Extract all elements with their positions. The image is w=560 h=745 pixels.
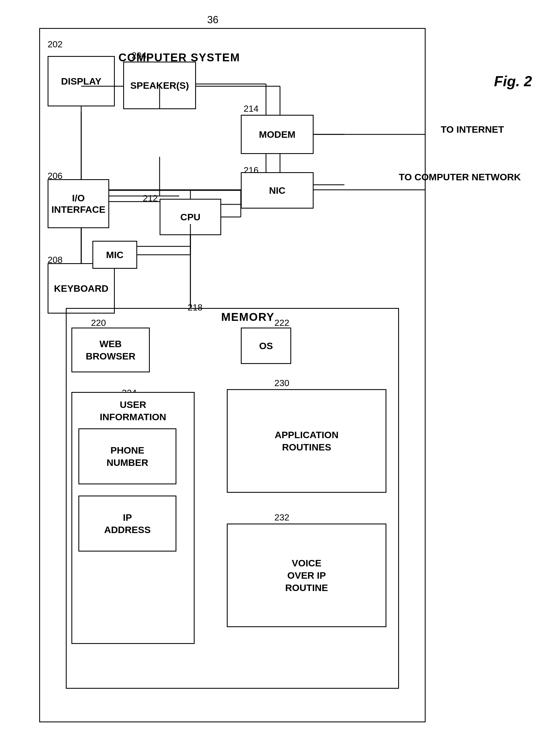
os-ref: 222 <box>274 318 289 328</box>
ip-address-box: IP ADDRESS <box>78 495 176 552</box>
modem-box: MODEM <box>241 115 314 154</box>
diagram-container: 36 Fig. 2 COMPUTER SYSTEM <box>23 11 537 734</box>
app-routines-ref: 230 <box>274 378 289 388</box>
web-browser-ref: 220 <box>91 318 106 328</box>
top-ref-label: 36 <box>207 14 219 26</box>
display-ref: 202 <box>47 39 62 50</box>
nic-box: NIC <box>241 172 314 208</box>
cpu-ref: 212 <box>143 193 158 203</box>
to-internet-label: TO INTERNET <box>441 123 504 135</box>
cpu-box: CPU <box>160 199 221 235</box>
os-box: OS <box>241 328 291 364</box>
speakers-box: SPEAKER(S) <box>123 62 196 109</box>
voice-over-ip-ref: 232 <box>274 512 289 523</box>
modem-ref: 214 <box>243 104 258 114</box>
web-browser-box: WEB BROWSER <box>71 328 150 372</box>
io-interface-box: I/O INTERFACE <box>47 179 109 228</box>
display-box: DISPLAY <box>47 56 115 106</box>
voice-over-ip-box: VOICE OVER IP ROUTINE <box>227 523 386 627</box>
mic-box: MIC <box>92 241 137 269</box>
to-computer-network-label: TO COMPUTER NETWORK <box>399 171 521 183</box>
speakers-ref: 204 <box>132 51 146 61</box>
phone-number-box: PHONE NUMBER <box>78 428 176 484</box>
keyboard-box: KEYBOARD <box>47 263 115 314</box>
figure-label: Fig. 2 <box>494 73 532 90</box>
app-routines-box: APPLICATION ROUTINES <box>227 389 386 493</box>
